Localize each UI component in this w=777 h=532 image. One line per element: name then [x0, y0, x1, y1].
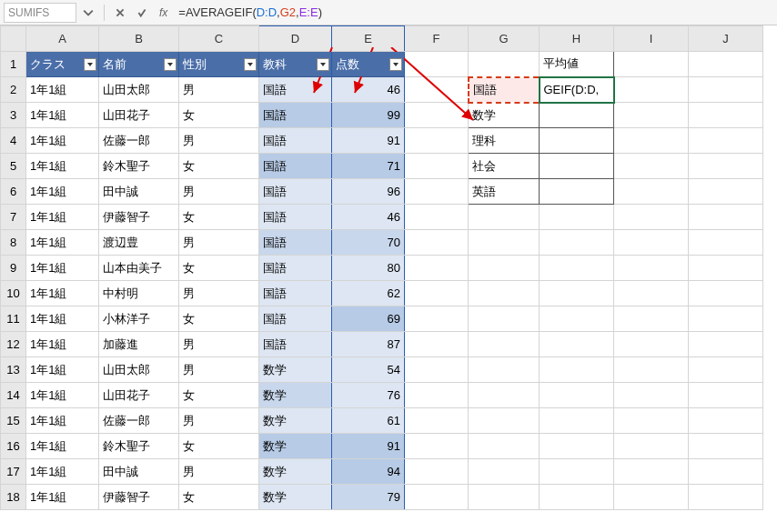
namebox-dropdown-icon[interactable]	[78, 3, 98, 23]
cell-F4[interactable]	[405, 128, 469, 154]
cell-I17[interactable]	[614, 459, 689, 485]
col-header-I[interactable]: I	[614, 26, 689, 52]
cell-I11[interactable]	[614, 306, 689, 332]
cell-H8[interactable]	[540, 230, 614, 256]
cell-D17[interactable]: 数学	[259, 459, 332, 485]
row-header-13[interactable]: 13	[1, 357, 26, 383]
row-header-9[interactable]: 9	[1, 256, 26, 281]
cell-A8[interactable]: 1年1組	[26, 230, 99, 256]
cell-B12[interactable]: 加藤進	[99, 332, 179, 357]
cell-E18[interactable]: 79	[332, 485, 405, 510]
row-header-18[interactable]: 18	[1, 485, 26, 510]
cell-C7[interactable]: 女	[179, 205, 259, 230]
cell-A14[interactable]: 1年1組	[26, 383, 99, 408]
cell-C15[interactable]: 男	[179, 408, 259, 434]
cell-B8[interactable]: 渡辺豊	[99, 230, 179, 256]
cell-D13[interactable]: 数学	[259, 357, 332, 383]
cell-E12[interactable]: 87	[332, 332, 405, 357]
cell-F2[interactable]	[405, 77, 469, 103]
cell-D11[interactable]: 国語	[259, 306, 332, 332]
cell-J1[interactable]	[689, 52, 763, 77]
subject-cell-2[interactable]: 国語	[469, 77, 540, 103]
cell-F10[interactable]	[405, 281, 469, 306]
name-box-input[interactable]	[8, 6, 72, 19]
cell-B9[interactable]: 山本由美子	[99, 256, 179, 281]
cell-B3[interactable]: 山田花子	[99, 103, 179, 128]
cell-F16[interactable]	[405, 434, 469, 459]
cell-B15[interactable]: 佐藤一郎	[99, 408, 179, 434]
cell-A4[interactable]: 1年1組	[26, 128, 99, 154]
filter-icon[interactable]	[389, 58, 402, 71]
cell-C11[interactable]: 女	[179, 306, 259, 332]
cell-I6[interactable]	[614, 179, 689, 205]
row-header-14[interactable]: 14	[1, 383, 26, 408]
cell-A2[interactable]: 1年1組	[26, 77, 99, 103]
cell-I7[interactable]	[614, 205, 689, 230]
cell-A16[interactable]: 1年1組	[26, 434, 99, 459]
cell-B14[interactable]: 山田花子	[99, 383, 179, 408]
row-header-11[interactable]: 11	[1, 306, 26, 332]
avg-cell-4[interactable]	[540, 128, 614, 154]
cell-H18[interactable]	[540, 485, 614, 510]
avg-cell-5[interactable]	[540, 154, 614, 179]
sheet-table[interactable]: ABCDEFGHIJ1クラス名前性別教科点数平均値21年1組山田太郎男国語46国…	[0, 25, 763, 510]
cell-D12[interactable]: 国語	[259, 332, 332, 357]
cell-I16[interactable]	[614, 434, 689, 459]
cell-F15[interactable]	[405, 408, 469, 434]
cell-G15[interactable]	[469, 408, 540, 434]
spreadsheet-grid[interactable]: ABCDEFGHIJ1クラス名前性別教科点数平均値21年1組山田太郎男国語46国…	[0, 25, 777, 510]
cell-C3[interactable]: 女	[179, 103, 259, 128]
cell-D16[interactable]: 数学	[259, 434, 332, 459]
cell-G16[interactable]	[469, 434, 540, 459]
cell-A13[interactable]: 1年1組	[26, 357, 99, 383]
col-header-E[interactable]: E	[332, 26, 405, 52]
cell-E7[interactable]: 46	[332, 205, 405, 230]
cell-H11[interactable]	[540, 306, 614, 332]
name-box[interactable]	[4, 3, 76, 23]
cancel-icon[interactable]	[110, 3, 130, 23]
cell-E4[interactable]: 91	[332, 128, 405, 154]
row-header-2[interactable]: 2	[1, 77, 26, 103]
subject-cell-5[interactable]: 社会	[469, 154, 540, 179]
cell-I2[interactable]	[614, 77, 689, 103]
cell-C6[interactable]: 男	[179, 179, 259, 205]
cell-J10[interactable]	[689, 281, 763, 306]
avg-cell-3[interactable]	[540, 103, 614, 128]
cell-D10[interactable]: 国語	[259, 281, 332, 306]
col-header-D[interactable]: D	[259, 26, 332, 52]
cell-E8[interactable]: 70	[332, 230, 405, 256]
col-header-G[interactable]: G	[469, 26, 540, 52]
cell-H14[interactable]	[540, 383, 614, 408]
formula-bar[interactable]: =AVERAGEIF(D:D,G2,E:E)	[175, 5, 773, 19]
cell-F8[interactable]	[405, 230, 469, 256]
cell-J11[interactable]	[689, 306, 763, 332]
col-header-J[interactable]: J	[689, 26, 763, 52]
cell-C17[interactable]: 男	[179, 459, 259, 485]
row-header-15[interactable]: 15	[1, 408, 26, 434]
cell-G8[interactable]	[469, 230, 540, 256]
cell-D14[interactable]: 数学	[259, 383, 332, 408]
cell-G7[interactable]	[469, 205, 540, 230]
cell-F6[interactable]	[405, 179, 469, 205]
cell-E10[interactable]: 62	[332, 281, 405, 306]
cell-J14[interactable]	[689, 383, 763, 408]
cell-B6[interactable]: 田中誠	[99, 179, 179, 205]
cell-B11[interactable]: 小林洋子	[99, 306, 179, 332]
cell-C5[interactable]: 女	[179, 154, 259, 179]
cell-G14[interactable]	[469, 383, 540, 408]
col-header-B[interactable]: B	[99, 26, 179, 52]
cell-J12[interactable]	[689, 332, 763, 357]
cell-F14[interactable]	[405, 383, 469, 408]
fx-label[interactable]: fx	[159, 6, 167, 19]
cell-E16[interactable]: 91	[332, 434, 405, 459]
cell-F1[interactable]	[405, 52, 469, 77]
select-all-corner[interactable]	[1, 26, 26, 52]
cell-J6[interactable]	[689, 179, 763, 205]
cell-A18[interactable]: 1年1組	[26, 485, 99, 510]
row-header-10[interactable]: 10	[1, 281, 26, 306]
subject-cell-3[interactable]: 数学	[469, 103, 540, 128]
cell-F9[interactable]	[405, 256, 469, 281]
cell-D4[interactable]: 国語	[259, 128, 332, 154]
row-header-6[interactable]: 6	[1, 179, 26, 205]
cell-B4[interactable]: 佐藤一郎	[99, 128, 179, 154]
